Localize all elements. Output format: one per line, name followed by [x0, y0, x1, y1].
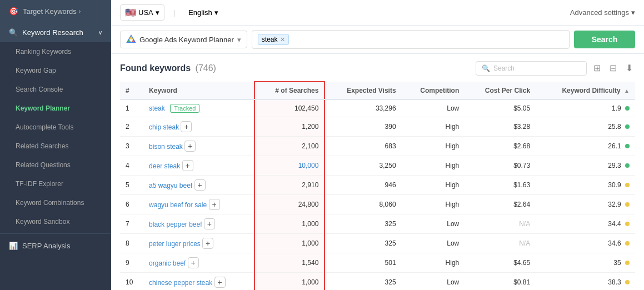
cell-num: 6: [120, 195, 143, 214]
sidebar-item-keyword-gap[interactable]: Keyword Gap: [0, 61, 111, 80]
col-competition[interactable]: Competition: [402, 82, 465, 99]
mini-search-icon: 🔍: [482, 64, 490, 72]
keyword-link[interactable]: deer steak: [149, 162, 180, 170]
search-row: Google Ads Keyword Planner ▾ steak ✕ Sea…: [111, 26, 644, 54]
sidebar-item-keyword-research[interactable]: 🔍 Keyword Research ∨: [0, 23, 111, 42]
add-keyword-button[interactable]: +: [188, 257, 199, 268]
sidebar-item-search-console[interactable]: Search Console: [0, 80, 111, 99]
related-questions-label: Related Questions: [16, 161, 71, 169]
cell-searches: 2,910: [254, 176, 325, 195]
table-row: 10 chinese pepper steak + 1,000 325 Low …: [120, 273, 635, 291]
sidebar-item-autocomplete-tools[interactable]: Autocomplete Tools: [0, 118, 111, 137]
cell-competition: High: [402, 195, 465, 214]
keyword-link[interactable]: chip steak: [149, 123, 179, 131]
add-keyword-button[interactable]: +: [181, 121, 192, 132]
cell-keyword: wagyu beef for sale +: [143, 195, 254, 214]
keyword-link[interactable]: wagyu beef for sale: [149, 201, 207, 209]
col-difficulty[interactable]: Keyword Difficulty ▲: [536, 82, 635, 99]
autocomplete-tools-label: Autocomplete Tools: [16, 123, 74, 131]
difficulty-dot: [625, 163, 630, 168]
sidebar-item-keyword-combinations[interactable]: Keyword Combinations: [0, 193, 111, 212]
add-keyword-button[interactable]: +: [202, 238, 213, 249]
country-selector[interactable]: 🇺🇸 USA ▾: [120, 4, 164, 21]
cell-keyword: deer steak +: [143, 156, 254, 176]
found-keywords-title: Found keywords (746): [120, 63, 216, 73]
keyword-input-box[interactable]: steak ✕: [252, 30, 570, 49]
add-keyword-button[interactable]: +: [194, 179, 206, 191]
add-keyword-button[interactable]: +: [204, 218, 215, 229]
cell-cpc: $5.05: [465, 99, 536, 117]
keyword-tag-close[interactable]: ✕: [280, 36, 285, 43]
add-keyword-button[interactable]: +: [209, 199, 220, 210]
sidebar-item-related-searches[interactable]: Related Searches: [0, 137, 111, 156]
table-row: 2 chip steak + 1,200 390 High $3.28 25.8: [120, 117, 635, 137]
difficulty-dot: [625, 222, 630, 226]
search-button[interactable]: Search: [574, 31, 635, 48]
keyword-combinations-label: Keyword Combinations: [16, 199, 84, 207]
add-keyword-button[interactable]: +: [214, 277, 226, 288]
cell-visits: 946: [325, 176, 401, 195]
sidebar-item-keyword-planner[interactable]: Keyword Planner: [0, 99, 111, 118]
add-keyword-button[interactable]: +: [182, 160, 193, 171]
cell-num: 3: [120, 137, 143, 156]
cell-keyword: chip steak +: [143, 117, 254, 137]
sidebar-item-related-questions[interactable]: Related Questions: [0, 156, 111, 174]
sidebar-item-ranking-keywords[interactable]: Ranking Keywords: [0, 42, 111, 61]
cell-cpc: $0.73: [465, 156, 536, 176]
cell-visits: 325: [325, 214, 401, 234]
country-label: USA: [138, 8, 153, 17]
keyword-link[interactable]: black pepper beef: [149, 221, 202, 228]
table-body: 1 steak Tracked 102,450 33,296 Low $5.05…: [120, 99, 635, 290]
table-row: 3 bison steak + 2,100 683 High $2.68 26.…: [120, 137, 635, 156]
lang-chevron-icon: ▾: [214, 8, 218, 17]
search-count-link[interactable]: 10,000: [298, 162, 319, 169]
sidebar-item-keyword-sandbox[interactable]: Keyword Sandbox: [0, 212, 111, 231]
view-toggle-button[interactable]: ⊟: [607, 61, 619, 76]
cell-competition: Low: [402, 99, 465, 117]
cell-cpc: $2.68: [465, 137, 536, 156]
difficulty-dot: [625, 183, 630, 187]
cell-cpc: $3.28: [465, 117, 536, 137]
related-searches-label: Related Searches: [16, 142, 68, 150]
found-keywords-count: (746): [196, 63, 216, 73]
cell-competition: Low: [402, 234, 465, 253]
advanced-settings-chevron-icon: ▾: [631, 8, 635, 17]
cell-cpc: $1.63: [465, 176, 536, 195]
difficulty-dot: [625, 124, 630, 129]
cell-keyword: black pepper beef +: [143, 214, 254, 234]
cell-keyword: peter luger prices +: [143, 234, 254, 253]
sidebar-item-tfidf-explorer[interactable]: TF-IDF Explorer: [0, 174, 111, 193]
keyword-link[interactable]: chinese pepper steak: [149, 279, 212, 287]
mini-search-placeholder: Search: [493, 64, 515, 72]
keyword-link[interactable]: bison steak: [149, 143, 183, 151]
cell-difficulty: 34.6: [536, 234, 635, 253]
target-icon: 🎯: [9, 7, 18, 16]
sidebar-item-serp-analysis[interactable]: 📊 SERP Analysis: [0, 236, 111, 256]
language-selector[interactable]: English ▾: [184, 6, 223, 19]
cell-difficulty: 38.3: [536, 273, 635, 291]
col-num: #: [120, 82, 143, 99]
search-icon: 🔍: [9, 28, 18, 37]
add-keyword-button[interactable]: +: [184, 141, 196, 152]
filter-button[interactable]: ⊞: [591, 61, 603, 76]
target-keywords-label: Target Keywords: [23, 7, 77, 16]
cell-searches: 1,000: [254, 214, 325, 234]
keyword-link[interactable]: organic beef: [149, 259, 186, 267]
keyword-link[interactable]: a5 wagyu beef: [149, 182, 192, 189]
keyword-link[interactable]: peter luger prices: [149, 240, 201, 248]
keyword-link[interactable]: steak: [149, 104, 165, 112]
mini-search-box[interactable]: 🔍 Search: [476, 61, 587, 76]
sidebar-item-target-keywords[interactable]: 🎯 Target Keywords ›: [0, 0, 111, 23]
source-selector[interactable]: Google Ads Keyword Planner ▾: [120, 31, 247, 48]
chevron-down-icon: ∨: [98, 29, 102, 36]
export-button[interactable]: ⬇: [623, 61, 635, 76]
advanced-settings-button[interactable]: Advanced settings ▾: [570, 8, 635, 17]
col-cpc[interactable]: Cost Per Click: [465, 82, 536, 99]
cell-keyword: steak Tracked: [143, 99, 254, 117]
col-visits[interactable]: Expected Visits: [325, 82, 401, 99]
ranking-keywords-label: Ranking Keywords: [16, 48, 71, 56]
table-row: 6 wagyu beef for sale + 24,800 8,060 Hig…: [120, 195, 635, 214]
cell-searches: 1,000: [254, 273, 325, 291]
col-searches[interactable]: # of Searches: [254, 82, 325, 99]
cell-competition: High: [402, 156, 465, 176]
